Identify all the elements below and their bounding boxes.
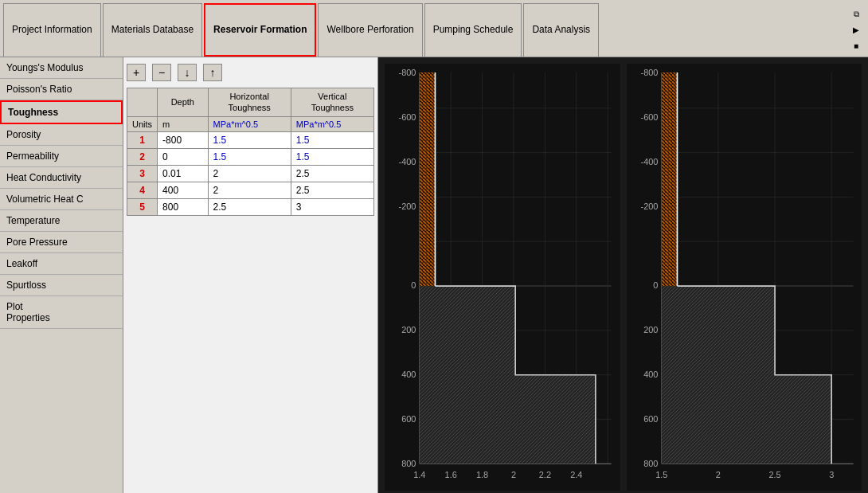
col-horiz-toughness-header: HorizontalToughness bbox=[208, 88, 291, 117]
row5-horiz[interactable]: 2.5 bbox=[208, 198, 291, 215]
chart-area: -800 -600 -400 -200 0 200 400 600 800 1.… bbox=[378, 57, 868, 493]
window-controls: ⧉ ▶ ■ bbox=[847, 3, 865, 57]
table-row: 3 0.01 2 2.5 bbox=[127, 165, 374, 182]
add-row-button[interactable]: + bbox=[127, 64, 146, 81]
tab-data-analysis[interactable]: Data Analysis bbox=[523, 3, 599, 57]
row2-depth[interactable]: 0 bbox=[158, 148, 209, 165]
row-num-1: 1 bbox=[127, 131, 158, 148]
svg-rect-63 bbox=[661, 375, 831, 464]
svg-text:600: 600 bbox=[643, 414, 658, 424]
svg-text:-600: -600 bbox=[640, 112, 658, 122]
svg-text:0: 0 bbox=[653, 280, 658, 290]
row4-vert[interactable]: 2.5 bbox=[291, 182, 373, 198]
svg-text:2.5: 2.5 bbox=[768, 470, 780, 479]
remove-row-button[interactable]: − bbox=[152, 64, 171, 81]
svg-text:2.4: 2.4 bbox=[570, 470, 582, 479]
sidebar-item-leakoff[interactable]: Leakoff bbox=[0, 253, 123, 275]
tab-reservoir[interactable]: Reservoir Formation bbox=[204, 3, 316, 57]
right-chart-wrapper: -800 -600 -400 -200 0 200 400 600 800 1.… bbox=[627, 64, 862, 493]
sidebar-item-temperature[interactable]: Temperature bbox=[0, 210, 123, 232]
svg-rect-24 bbox=[420, 286, 515, 375]
svg-text:2: 2 bbox=[715, 470, 720, 479]
sidebar-item-permeability[interactable]: Permeability bbox=[0, 146, 123, 167]
main-content: Youngs's Modulus Poisson's Ratio Toughne… bbox=[0, 57, 868, 493]
tab-bar: Project Information Materials Database R… bbox=[0, 0, 868, 57]
vert-units: MPa*m^0.5 bbox=[291, 116, 373, 131]
center-panel: + − ↓ ↑ Depth HorizontalToughness Vertic… bbox=[123, 57, 378, 493]
table-row: 5 800 2.5 3 bbox=[127, 198, 374, 215]
svg-text:-200: -200 bbox=[398, 202, 416, 211]
sidebar-item-pore-pressure[interactable]: Pore Pressure bbox=[0, 232, 123, 253]
restore-btn[interactable]: ⧉ bbox=[850, 10, 862, 19]
svg-text:-800: -800 bbox=[398, 68, 416, 77]
left-chart-svg: -800 -600 -400 -200 0 200 400 600 800 1.… bbox=[385, 64, 620, 491]
upload-button[interactable]: ↑ bbox=[203, 64, 222, 81]
row1-depth[interactable]: -800 bbox=[158, 131, 209, 148]
svg-text:-400: -400 bbox=[640, 157, 658, 166]
svg-text:200: 200 bbox=[401, 325, 416, 335]
sidebar-item-volumetric-heat[interactable]: Volumetric Heat C bbox=[0, 189, 123, 210]
svg-text:400: 400 bbox=[643, 370, 658, 379]
svg-text:1.8: 1.8 bbox=[476, 470, 488, 479]
sidebar-item-youngs-modulus[interactable]: Youngs's Modulus bbox=[0, 57, 123, 79]
horiz-units: MPa*m^0.5 bbox=[208, 116, 291, 131]
col-vert-toughness-header: VerticalToughness bbox=[291, 88, 373, 117]
row4-depth[interactable]: 400 bbox=[158, 182, 209, 198]
svg-rect-25 bbox=[420, 375, 596, 464]
data-table: Depth HorizontalToughness VerticalToughn… bbox=[127, 88, 374, 216]
svg-text:3: 3 bbox=[829, 470, 834, 479]
toolbar: + − ↓ ↑ bbox=[127, 61, 374, 88]
depth-units: m bbox=[158, 116, 209, 131]
svg-text:1.6: 1.6 bbox=[445, 470, 457, 479]
tab-project-info[interactable]: Project Information bbox=[3, 3, 101, 57]
row2-horiz[interactable]: 1.5 bbox=[208, 148, 291, 165]
sidebar-item-toughness[interactable]: Toughness bbox=[0, 100, 123, 124]
close-btn[interactable]: ■ bbox=[850, 41, 862, 50]
row-num-5: 5 bbox=[127, 198, 158, 215]
row5-depth[interactable]: 800 bbox=[158, 198, 209, 215]
row1-vert[interactable]: 1.5 bbox=[291, 131, 373, 148]
svg-text:800: 800 bbox=[401, 459, 416, 468]
row3-depth[interactable]: 0.01 bbox=[158, 165, 209, 182]
svg-rect-22 bbox=[420, 72, 436, 286]
sidebar-item-heat-conductivity[interactable]: Heat Conductivity bbox=[0, 167, 123, 189]
svg-text:-400: -400 bbox=[398, 157, 416, 166]
row1-horiz[interactable]: 1.5 bbox=[208, 131, 291, 148]
left-chart-wrapper: -800 -600 -400 -200 0 200 400 600 800 1.… bbox=[385, 64, 620, 493]
svg-text:800: 800 bbox=[643, 459, 658, 468]
row2-vert[interactable]: 1.5 bbox=[291, 148, 373, 165]
row-num-2: 2 bbox=[127, 148, 158, 165]
sidebar-item-spurtloss[interactable]: Spurtloss bbox=[0, 275, 123, 296]
units-label: Units bbox=[127, 116, 158, 131]
svg-text:1.4: 1.4 bbox=[413, 470, 425, 479]
row-num-3: 3 bbox=[127, 165, 158, 182]
row3-vert[interactable]: 2.5 bbox=[291, 165, 373, 182]
svg-text:-800: -800 bbox=[640, 68, 658, 77]
col-empty bbox=[127, 88, 158, 117]
row4-horiz[interactable]: 2 bbox=[208, 182, 291, 198]
sidebar-item-plot-properties[interactable]: PlotProperties bbox=[0, 296, 123, 329]
row-num-4: 4 bbox=[127, 182, 158, 198]
charts-container: -800 -600 -400 -200 0 200 400 600 800 1.… bbox=[378, 57, 868, 493]
svg-rect-62 bbox=[661, 286, 774, 375]
table-row: 2 0 1.5 1.5 bbox=[127, 148, 374, 165]
svg-text:2.2: 2.2 bbox=[539, 470, 551, 479]
tab-pumping[interactable]: Pumping Schedule bbox=[424, 3, 522, 57]
sidebar-item-poissons-ratio[interactable]: Poisson's Ratio bbox=[0, 79, 123, 100]
expand-btn[interactable]: ▶ bbox=[850, 25, 862, 34]
table-row: 1 -800 1.5 1.5 bbox=[127, 131, 374, 148]
sidebar: Youngs's Modulus Poisson's Ratio Toughne… bbox=[0, 57, 123, 493]
download-button[interactable]: ↓ bbox=[178, 64, 197, 81]
tab-materials-db[interactable]: Materials Database bbox=[103, 3, 202, 57]
col-depth-header: Depth bbox=[158, 88, 209, 117]
svg-text:1.5: 1.5 bbox=[655, 470, 667, 479]
tab-wellbore[interactable]: Wellbore Perforation bbox=[318, 3, 422, 57]
svg-rect-60 bbox=[661, 72, 677, 286]
row3-horiz[interactable]: 2 bbox=[208, 165, 291, 182]
svg-text:600: 600 bbox=[401, 414, 416, 424]
sidebar-item-porosity[interactable]: Porosity bbox=[0, 124, 123, 146]
row5-vert[interactable]: 3 bbox=[291, 198, 373, 215]
svg-text:400: 400 bbox=[401, 370, 416, 379]
svg-text:-200: -200 bbox=[640, 202, 658, 211]
table-row: 4 400 2 2.5 bbox=[127, 182, 374, 198]
